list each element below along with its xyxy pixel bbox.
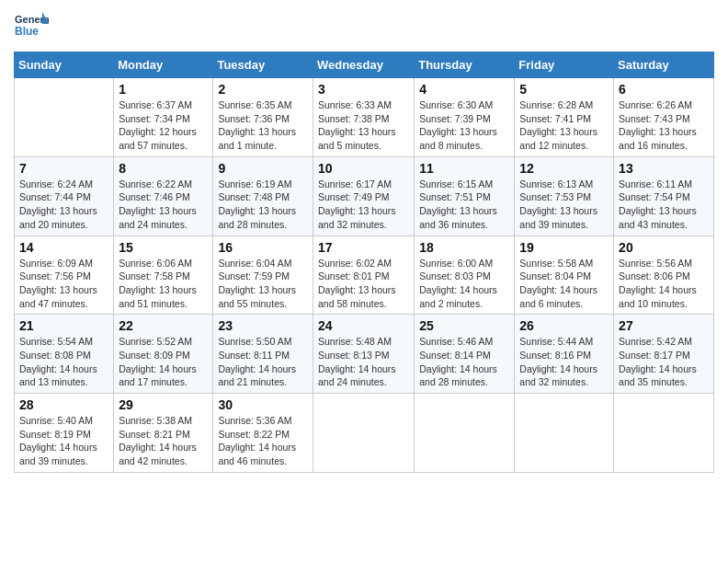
weekday-header-monday: Monday xyxy=(114,52,213,78)
weekday-header-tuesday: Tuesday xyxy=(213,52,313,78)
day-info: Sunrise: 6:02 AM Sunset: 8:01 PM Dayligh… xyxy=(318,257,409,311)
weekday-header-friday: Friday xyxy=(515,52,614,78)
day-number: 24 xyxy=(318,318,409,333)
day-info: Sunrise: 5:40 AM Sunset: 8:19 PM Dayligh… xyxy=(19,414,108,468)
day-number: 5 xyxy=(519,82,609,97)
calendar-cell: 29Sunrise: 5:38 AM Sunset: 8:21 PM Dayli… xyxy=(114,394,213,473)
calendar-cell xyxy=(15,78,114,157)
day-info: Sunrise: 5:54 AM Sunset: 8:08 PM Dayligh… xyxy=(19,335,108,389)
day-number: 13 xyxy=(619,161,709,176)
calendar-cell: 1Sunrise: 6:37 AM Sunset: 7:34 PM Daylig… xyxy=(114,78,213,157)
calendar-cell: 7Sunrise: 6:24 AM Sunset: 7:44 PM Daylig… xyxy=(15,156,114,236)
day-number: 26 xyxy=(519,318,609,333)
calendar-cell: 25Sunrise: 5:46 AM Sunset: 8:14 PM Dayli… xyxy=(415,315,515,394)
calendar-cell: 23Sunrise: 5:50 AM Sunset: 8:11 PM Dayli… xyxy=(213,315,313,394)
day-number: 6 xyxy=(619,82,709,97)
calendar-cell xyxy=(415,394,515,473)
calendar-cell: 30Sunrise: 5:36 AM Sunset: 8:22 PM Dayli… xyxy=(213,394,313,473)
calendar-cell: 11Sunrise: 6:15 AM Sunset: 7:51 PM Dayli… xyxy=(415,156,515,236)
day-info: Sunrise: 5:50 AM Sunset: 8:11 PM Dayligh… xyxy=(218,335,308,389)
calendar-cell: 24Sunrise: 5:48 AM Sunset: 8:13 PM Dayli… xyxy=(313,315,414,394)
calendar-cell: 9Sunrise: 6:19 AM Sunset: 7:48 PM Daylig… xyxy=(213,156,313,236)
calendar-cell: 18Sunrise: 6:00 AM Sunset: 8:03 PM Dayli… xyxy=(415,236,515,315)
calendar-cell: 28Sunrise: 5:40 AM Sunset: 8:19 PM Dayli… xyxy=(15,394,114,473)
calendar-cell: 19Sunrise: 5:58 AM Sunset: 8:04 PM Dayli… xyxy=(515,236,614,315)
day-info: Sunrise: 6:33 AM Sunset: 7:38 PM Dayligh… xyxy=(318,98,409,153)
day-info: Sunrise: 6:15 AM Sunset: 7:51 PM Dayligh… xyxy=(419,178,509,232)
calendar-cell: 26Sunrise: 5:44 AM Sunset: 8:16 PM Dayli… xyxy=(515,315,614,394)
weekday-header-thursday: Thursday xyxy=(415,52,515,78)
logo: General Blue xyxy=(14,9,49,44)
calendar-week-3: 14Sunrise: 6:09 AM Sunset: 7:56 PM Dayli… xyxy=(15,236,714,315)
day-number: 12 xyxy=(519,161,609,176)
day-number: 22 xyxy=(119,318,208,333)
day-number: 25 xyxy=(419,318,509,333)
weekday-header-sunday: Sunday xyxy=(15,52,114,78)
calendar-cell: 22Sunrise: 5:52 AM Sunset: 8:09 PM Dayli… xyxy=(114,315,213,394)
calendar-cell: 6Sunrise: 6:26 AM Sunset: 7:43 PM Daylig… xyxy=(614,78,714,157)
calendar-cell: 17Sunrise: 6:02 AM Sunset: 8:01 PM Dayli… xyxy=(313,236,414,315)
day-info: Sunrise: 5:58 AM Sunset: 8:04 PM Dayligh… xyxy=(519,257,609,311)
day-info: Sunrise: 5:42 AM Sunset: 8:17 PM Dayligh… xyxy=(619,335,709,389)
day-info: Sunrise: 5:46 AM Sunset: 8:14 PM Dayligh… xyxy=(419,335,509,389)
page-header: General Blue xyxy=(14,9,714,44)
day-number: 29 xyxy=(119,397,208,412)
calendar-cell: 14Sunrise: 6:09 AM Sunset: 7:56 PM Dayli… xyxy=(15,236,114,315)
day-info: Sunrise: 6:19 AM Sunset: 7:48 PM Dayligh… xyxy=(218,178,308,232)
calendar-cell: 8Sunrise: 6:22 AM Sunset: 7:46 PM Daylig… xyxy=(114,156,213,236)
calendar-cell: 12Sunrise: 6:13 AM Sunset: 7:53 PM Dayli… xyxy=(515,156,614,236)
calendar-week-1: 1Sunrise: 6:37 AM Sunset: 7:34 PM Daylig… xyxy=(15,78,714,157)
day-number: 30 xyxy=(218,397,308,412)
day-info: Sunrise: 6:22 AM Sunset: 7:46 PM Dayligh… xyxy=(119,178,208,232)
day-number: 17 xyxy=(318,240,409,255)
day-info: Sunrise: 6:30 AM Sunset: 7:39 PM Dayligh… xyxy=(419,98,509,153)
day-info: Sunrise: 5:38 AM Sunset: 8:21 PM Dayligh… xyxy=(119,414,208,468)
day-info: Sunrise: 5:52 AM Sunset: 8:09 PM Dayligh… xyxy=(119,335,208,389)
day-info: Sunrise: 6:26 AM Sunset: 7:43 PM Dayligh… xyxy=(619,98,709,153)
logo-icon: General Blue xyxy=(14,9,49,44)
day-number: 27 xyxy=(619,318,709,333)
calendar-cell xyxy=(313,394,414,473)
weekday-header-wednesday: Wednesday xyxy=(313,52,414,78)
calendar-cell: 21Sunrise: 5:54 AM Sunset: 8:08 PM Dayli… xyxy=(15,315,114,394)
calendar-cell: 27Sunrise: 5:42 AM Sunset: 8:17 PM Dayli… xyxy=(614,315,714,394)
day-number: 23 xyxy=(218,318,308,333)
day-info: Sunrise: 6:04 AM Sunset: 7:59 PM Dayligh… xyxy=(218,257,308,311)
day-number: 14 xyxy=(19,240,108,255)
day-number: 9 xyxy=(218,161,308,176)
day-info: Sunrise: 5:56 AM Sunset: 8:06 PM Dayligh… xyxy=(619,257,709,311)
calendar-table: SundayMondayTuesdayWednesdayThursdayFrid… xyxy=(14,52,714,473)
calendar-cell: 15Sunrise: 6:06 AM Sunset: 7:58 PM Dayli… xyxy=(114,236,213,315)
day-number: 7 xyxy=(19,161,108,176)
day-number: 21 xyxy=(19,318,108,333)
day-number: 4 xyxy=(419,82,509,97)
calendar-cell xyxy=(515,394,614,473)
day-info: Sunrise: 5:44 AM Sunset: 8:16 PM Dayligh… xyxy=(519,335,609,389)
day-info: Sunrise: 6:35 AM Sunset: 7:36 PM Dayligh… xyxy=(218,98,308,153)
day-info: Sunrise: 6:06 AM Sunset: 7:58 PM Dayligh… xyxy=(119,257,208,311)
day-info: Sunrise: 6:24 AM Sunset: 7:44 PM Dayligh… xyxy=(19,178,108,232)
day-number: 19 xyxy=(519,240,609,255)
day-number: 20 xyxy=(619,240,709,255)
calendar-week-5: 28Sunrise: 5:40 AM Sunset: 8:19 PM Dayli… xyxy=(15,394,714,473)
weekday-header-saturday: Saturday xyxy=(614,52,714,78)
day-info: Sunrise: 5:48 AM Sunset: 8:13 PM Dayligh… xyxy=(318,335,409,389)
calendar-cell: 5Sunrise: 6:28 AM Sunset: 7:41 PM Daylig… xyxy=(515,78,614,157)
day-number: 15 xyxy=(119,240,208,255)
day-info: Sunrise: 6:13 AM Sunset: 7:53 PM Dayligh… xyxy=(519,178,609,232)
day-number: 8 xyxy=(119,161,208,176)
calendar-header-row: SundayMondayTuesdayWednesdayThursdayFrid… xyxy=(15,52,714,78)
day-info: Sunrise: 6:37 AM Sunset: 7:34 PM Dayligh… xyxy=(119,98,208,153)
day-number: 11 xyxy=(419,161,509,176)
day-number: 10 xyxy=(318,161,409,176)
calendar-week-2: 7Sunrise: 6:24 AM Sunset: 7:44 PM Daylig… xyxy=(15,156,714,236)
svg-text:Blue: Blue xyxy=(15,25,39,38)
day-number: 18 xyxy=(419,240,509,255)
day-info: Sunrise: 6:00 AM Sunset: 8:03 PM Dayligh… xyxy=(419,257,509,311)
day-info: Sunrise: 6:11 AM Sunset: 7:54 PM Dayligh… xyxy=(619,178,709,232)
day-info: Sunrise: 6:28 AM Sunset: 7:41 PM Dayligh… xyxy=(519,98,609,153)
calendar-cell: 20Sunrise: 5:56 AM Sunset: 8:06 PM Dayli… xyxy=(614,236,714,315)
day-number: 16 xyxy=(218,240,308,255)
calendar-cell: 4Sunrise: 6:30 AM Sunset: 7:39 PM Daylig… xyxy=(415,78,515,157)
calendar-cell: 13Sunrise: 6:11 AM Sunset: 7:54 PM Dayli… xyxy=(614,156,714,236)
